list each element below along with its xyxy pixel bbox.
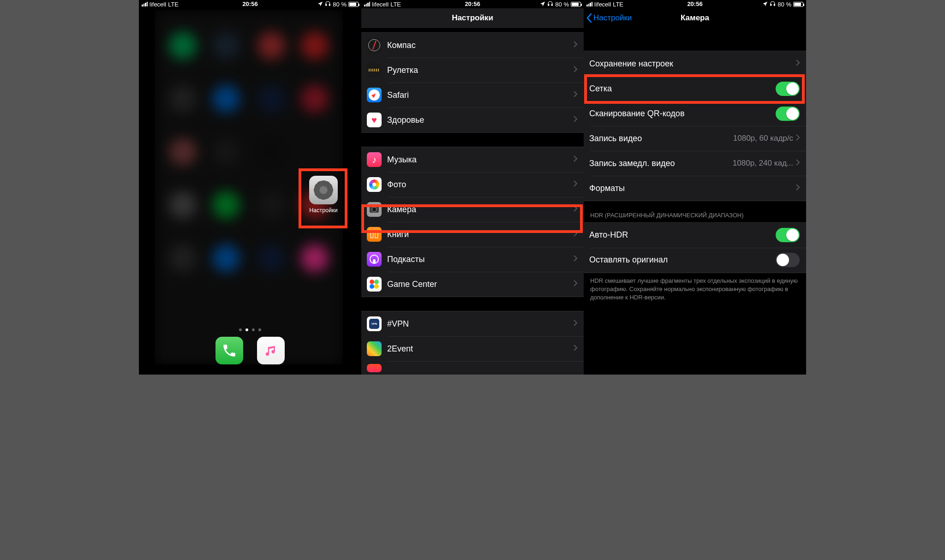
- toggle-keep-original[interactable]: [776, 253, 800, 267]
- row-label: Запись замедл. видео: [589, 159, 733, 168]
- safari-icon: [367, 88, 382, 102]
- podcasts-icon: [367, 252, 382, 267]
- hdr-section-footer: HDR смешивает лучшие фрагменты трех отде…: [584, 273, 806, 310]
- dock: [139, 333, 361, 375]
- settings-row-gamecenter[interactable]: Game Center: [361, 272, 584, 297]
- settings-row-photos[interactable]: Фото: [361, 172, 584, 197]
- row-keep-original[interactable]: Оставлять оригинал: [584, 248, 806, 273]
- ruler-icon: [367, 63, 382, 77]
- chevron-right-icon: [574, 66, 577, 74]
- settings-row-vpn[interactable]: VPN #VPN: [361, 311, 584, 336]
- toggle-grid[interactable]: [776, 82, 800, 96]
- row-label: Рулетка: [387, 66, 574, 75]
- settings-row-books[interactable]: ▯▯ Книги: [361, 222, 584, 247]
- health-icon: ♥: [367, 113, 382, 127]
- settings-camera-screen: lifecell LTE 20:56 80 % Настройки Камера: [584, 0, 806, 375]
- settings-row-health[interactable]: ♥ Здоровье: [361, 107, 584, 132]
- back-button[interactable]: Настройки: [586, 8, 632, 28]
- chevron-right-icon: [574, 180, 577, 189]
- settings-row-safari[interactable]: Safari: [361, 83, 584, 107]
- toggle-scan-qr[interactable]: [776, 107, 800, 121]
- chevron-right-icon: [574, 41, 577, 49]
- nav-title: Камера: [681, 13, 709, 23]
- settings-group-1: Компас Рулетка Safari ♥ Здоровье: [361, 32, 584, 133]
- row-label: Сканирование QR-кодов: [589, 109, 776, 119]
- chevron-right-icon: [574, 205, 577, 214]
- chevron-right-icon: [574, 116, 577, 124]
- phone-app-icon[interactable]: [215, 337, 243, 364]
- app-icon: [367, 364, 382, 372]
- row-record-video[interactable]: Запись видео 1080p, 60 кадр/с: [584, 126, 806, 151]
- home-screen: lifecell LTE 20:56 80 % Н: [139, 0, 361, 375]
- status-time: 20:56: [584, 0, 806, 7]
- row-label: Сохранение настроек: [589, 59, 796, 69]
- row-label: 2Event: [387, 344, 574, 354]
- chevron-right-icon: [796, 134, 800, 143]
- settings-row-partial[interactable]: [361, 361, 584, 375]
- row-label: Книги: [387, 230, 574, 239]
- settings-app-label: Настройки: [307, 207, 340, 214]
- chevron-right-icon: [796, 60, 800, 68]
- music-icon: ♪: [367, 152, 382, 167]
- row-auto-hdr[interactable]: Авто-HDR: [584, 223, 806, 248]
- music-app-icon[interactable]: [257, 337, 285, 364]
- books-icon: ▯▯: [367, 227, 382, 242]
- row-label: Safari: [387, 90, 574, 100]
- row-detail: 1080p, 240 кад...: [733, 159, 793, 168]
- row-formats[interactable]: Форматы: [584, 176, 806, 201]
- battery-icon: [571, 2, 581, 7]
- settings-row-measure[interactable]: Рулетка: [361, 58, 584, 83]
- camera-icon: [367, 202, 382, 217]
- settings-row-music[interactable]: ♪ Музыка: [361, 147, 584, 172]
- 2event-icon: [367, 341, 382, 356]
- chevron-right-icon: [574, 230, 577, 238]
- settings-group-2: ♪ Музыка Фото Камера ▯▯ Книги: [361, 147, 584, 297]
- chevron-right-icon: [574, 155, 577, 164]
- chevron-right-icon: [574, 91, 577, 99]
- settings-row-camera[interactable]: Камера: [361, 197, 584, 222]
- settings-row-2event[interactable]: 2Event: [361, 336, 584, 361]
- row-record-slomo[interactable]: Запись замедл. видео 1080p, 240 кад...: [584, 151, 806, 176]
- battery-icon: [793, 2, 803, 7]
- compass-icon: [367, 38, 382, 53]
- row-label: Оставлять оригинал: [589, 255, 776, 265]
- settings-root-screen: lifecell LTE 20:56 80 % Настройки Компас: [361, 0, 584, 375]
- gamecenter-icon: [367, 277, 382, 292]
- chevron-right-icon: [796, 184, 800, 192]
- page-indicator[interactable]: [139, 328, 361, 331]
- row-preserve-settings[interactable]: Сохранение настроек: [584, 51, 806, 76]
- status-time: 20:56: [139, 0, 361, 7]
- settings-app-icon[interactable]: Настройки: [307, 176, 340, 214]
- hdr-section-header: HDR (РАСШИРЕННЫЙ ДИНАМИЧЕСКИЙ ДИАПАЗОН): [584, 201, 806, 222]
- camera-settings-group-1: Сохранение настроек Сетка Сканирование Q…: [584, 51, 806, 201]
- nav-title: Настройки: [452, 13, 493, 23]
- settings-row-podcasts[interactable]: Подкасты: [361, 247, 584, 272]
- row-scan-qr[interactable]: Сканирование QR-кодов: [584, 101, 806, 126]
- row-label: Музыка: [387, 155, 574, 165]
- row-label: Здоровье: [387, 115, 574, 125]
- status-bar: lifecell LTE 20:56 80 %: [139, 0, 361, 8]
- toggle-auto-hdr[interactable]: [776, 228, 800, 242]
- row-label: Компас: [387, 41, 574, 50]
- chevron-right-icon: [574, 320, 577, 328]
- row-grid[interactable]: Сетка: [584, 76, 806, 101]
- chevron-right-icon: [574, 255, 577, 263]
- status-bar: lifecell LTE 20:56 80 %: [361, 0, 584, 8]
- row-label: Game Center: [387, 280, 574, 289]
- status-bar: lifecell LTE 20:56 80 %: [584, 0, 806, 8]
- row-label: Сетка: [589, 84, 776, 94]
- row-label: Подкасты: [387, 255, 574, 264]
- chevron-right-icon: [796, 159, 800, 167]
- nav-bar: Настройки Камера: [584, 8, 806, 28]
- status-time: 20:56: [361, 0, 584, 7]
- gear-icon: [309, 176, 338, 204]
- row-label: Авто-HDR: [589, 230, 776, 240]
- back-label: Настройки: [593, 13, 632, 23]
- row-label: Форматы: [589, 184, 796, 193]
- highlight-box-settings: Настройки: [299, 168, 347, 228]
- row-label: Фото: [387, 180, 574, 190]
- chevron-right-icon: [574, 280, 577, 288]
- vpn-icon: VPN: [367, 316, 382, 331]
- settings-row-compass[interactable]: Компас: [361, 33, 584, 58]
- battery-icon: [348, 2, 359, 7]
